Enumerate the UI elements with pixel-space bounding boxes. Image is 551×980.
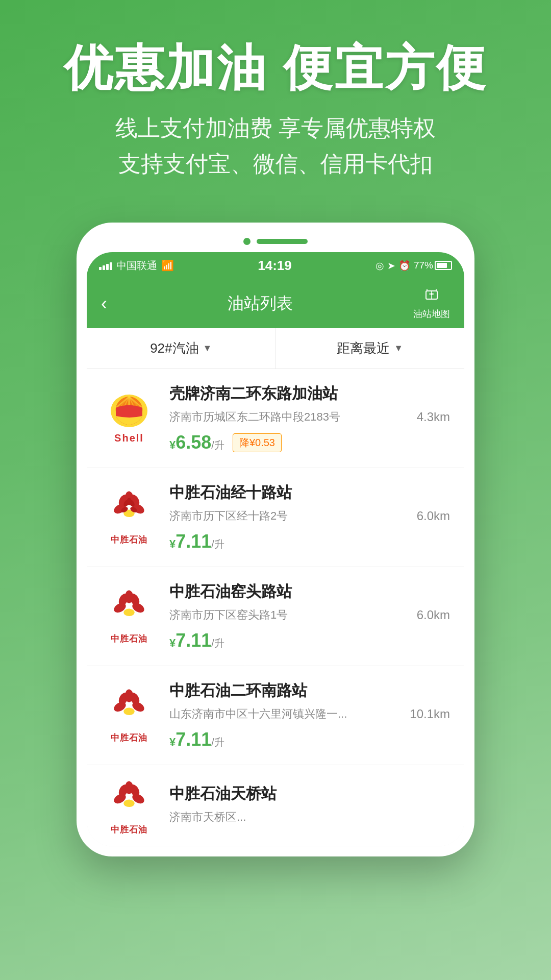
stations-list: Shell 壳牌济南二环东路加油站 济南市历城区东二环路中段2183号 4.3k…	[87, 369, 464, 846]
sort-label: 距离最近	[337, 339, 390, 357]
svg-point-26	[123, 800, 135, 807]
station-2-distance: 6.0km	[417, 509, 450, 523]
zhongsheng-brand-text-4: 中胜石油	[111, 732, 147, 744]
station-4-name: 中胜石油二环南路站	[169, 680, 450, 701]
phone-dot	[243, 238, 251, 245]
sort-arrow: ▼	[394, 343, 403, 354]
zhongsheng-logo-2: 中胜石油	[101, 489, 157, 546]
signal-bar-4	[110, 262, 112, 270]
sort-filter[interactable]: 距离最近 ▼	[276, 328, 465, 369]
phone-screen: 中国联通 📶 14:19 ◎ ➤ ⏰ 77%	[87, 252, 464, 846]
station-4-price-row: ¥7.11/升	[169, 729, 450, 750]
zhongsheng-logo-3: 中胜石油	[101, 589, 157, 645]
station-item-4[interactable]: 中胜石油 中胜石油二环南路站 山东济南市中区十六里河镇兴隆一... 10.1km…	[87, 666, 464, 765]
location-icon: ◎	[375, 260, 384, 272]
zhongsheng-emblem-3	[106, 589, 152, 630]
nav-bar: ‹ 油站列表 油站地图	[87, 279, 464, 328]
station-1-price: ¥6.58/升	[169, 432, 224, 453]
map-icon	[424, 287, 439, 306]
station-4-address: 山东济南市中区十六里河镇兴隆一...	[169, 706, 404, 722]
station-1-discount: 降¥0.53	[233, 433, 282, 452]
station-5-name: 中胜石油天桥站	[169, 783, 450, 804]
zhongsheng-logo-4: 中胜石油	[101, 688, 157, 744]
station-2-name: 中胜石油经十路站	[169, 482, 450, 503]
station-3-address-row: 济南市历下区窑头路1号 6.0km	[169, 607, 450, 623]
battery-percent: 77%	[414, 260, 433, 271]
station-5-info: 中胜石油天桥站 济南市天桥区...	[169, 783, 450, 832]
map-button[interactable]: 油站地图	[413, 287, 450, 320]
back-button[interactable]: ‹	[101, 293, 107, 314]
hero-section: 优惠加油 便宜方便 线上支付加油费 享专属优惠特权 支持支付宝、微信、信用卡代扣	[0, 0, 551, 202]
svg-point-19	[125, 590, 133, 603]
station-2-address-row: 济南市历下区经十路2号 6.0km	[169, 508, 450, 524]
phone-notch	[87, 233, 464, 252]
status-left: 中国联通 📶	[99, 259, 174, 273]
zhongsheng-emblem-2	[106, 489, 152, 531]
map-label: 油站地图	[413, 308, 450, 320]
shell-emblem-svg	[109, 393, 149, 429]
station-1-info: 壳牌济南二环东路加油站 济南市历城区东二环路中段2183号 4.3km ¥6.5…	[169, 383, 450, 453]
battery-body	[435, 261, 452, 270]
station-item-5[interactable]: 中胜石油 中胜石油天桥站 济南市天桥区...	[87, 765, 464, 846]
station-4-price: ¥7.11/升	[169, 729, 224, 750]
signal-bars	[99, 261, 112, 270]
shell-logo: Shell	[101, 390, 157, 447]
station-3-price-row: ¥7.11/升	[169, 630, 450, 651]
station-2-address: 济南市历下区经十路2号	[169, 508, 411, 524]
station-1-distance: 4.3km	[417, 410, 450, 424]
signal-bar-1	[99, 267, 102, 270]
navigation-icon: ➤	[387, 260, 395, 272]
station-3-distance: 6.0km	[417, 608, 450, 622]
filter-bar: 92#汽油 ▼ 距离最近 ▼	[87, 328, 464, 369]
shell-brand-text: Shell	[114, 432, 144, 444]
zhongsheng-emblem-5	[106, 779, 152, 821]
battery-fill	[437, 263, 447, 268]
hero-title: 优惠加油 便宜方便	[31, 41, 520, 95]
svg-point-25	[125, 689, 133, 702]
station-3-name: 中胜石油窑头路站	[169, 581, 450, 602]
alarm-icon: ⏰	[398, 260, 411, 272]
phone-mockup: 中国联通 📶 14:19 ◎ ➤ ⏰ 77%	[77, 223, 474, 856]
station-1-name: 壳牌济南二环东路加油站	[169, 383, 450, 404]
station-4-address-row: 山东济南市中区十六里河镇兴隆一... 10.1km	[169, 706, 450, 722]
battery: 77%	[414, 260, 452, 271]
hero-subtitle: 线上支付加油费 享专属优惠特权 支持支付宝、微信、信用卡代扣	[31, 110, 520, 182]
zhongsheng-logo-5: 中胜石油	[101, 779, 157, 836]
station-4-distance: 10.1km	[410, 707, 450, 721]
status-time: 14:19	[258, 258, 292, 274]
station-item-1[interactable]: Shell 壳牌济南二环东路加油站 济南市历城区东二环路中段2183号 4.3k…	[87, 369, 464, 468]
signal-bar-2	[103, 265, 105, 270]
fuel-type-filter[interactable]: 92#汽油 ▼	[87, 328, 276, 369]
fuel-type-label: 92#汽油	[150, 339, 198, 357]
nav-title: 油站列表	[228, 292, 293, 315]
fuel-type-arrow: ▼	[203, 343, 212, 354]
station-2-price: ¥7.11/升	[169, 531, 224, 552]
station-4-info: 中胜石油二环南路站 山东济南市中区十六里河镇兴隆一... 10.1km ¥7.1…	[169, 680, 450, 750]
signal-bar-3	[106, 264, 109, 270]
hero-subtitle-line1: 线上支付加油费 享专属优惠特权	[31, 110, 520, 146]
station-2-info: 中胜石油经十路站 济南市历下区经十路2号 6.0km ¥7.11/升	[169, 482, 450, 552]
station-item-2[interactable]: 中胜石油 中胜石油经十路站 济南市历下区经十路2号 6.0km ¥7.11/升	[87, 468, 464, 567]
station-item-3[interactable]: 中胜石油 中胜石油窑头路站 济南市历下区窑头路1号 6.0km ¥7.11/升	[87, 567, 464, 666]
zhongsheng-brand-text-5: 中胜石油	[111, 824, 147, 836]
svg-point-13	[127, 498, 132, 505]
zhongsheng-brand-text-3: 中胜石油	[111, 633, 147, 645]
station-5-address: 济南市天桥区...	[169, 810, 450, 825]
station-1-address-row: 济南市历城区东二环路中段2183号 4.3km	[169, 409, 450, 425]
svg-point-1	[431, 293, 433, 295]
hero-subtitle-line2: 支持支付宝、微信、信用卡代扣	[31, 146, 520, 182]
carrier-label: 中国联通	[116, 259, 157, 273]
phone-speaker	[257, 239, 308, 244]
station-3-address: 济南市历下区窑头路1号	[169, 607, 411, 623]
station-2-price-row: ¥7.11/升	[169, 531, 450, 552]
status-right: ◎ ➤ ⏰ 77%	[375, 260, 452, 272]
zhongsheng-brand-text-2: 中胜石油	[111, 534, 147, 546]
station-1-price-row: ¥6.58/升 降¥0.53	[169, 432, 450, 453]
wifi-icon: 📶	[161, 259, 174, 272]
zhongsheng-emblem-4	[106, 688, 152, 729]
station-1-address: 济南市历城区东二环路中段2183号	[169, 409, 411, 425]
station-3-price: ¥7.11/升	[169, 630, 224, 651]
svg-point-31	[125, 781, 133, 794]
status-bar: 中国联通 📶 14:19 ◎ ➤ ⏰ 77%	[87, 252, 464, 279]
svg-point-14	[123, 608, 135, 616]
